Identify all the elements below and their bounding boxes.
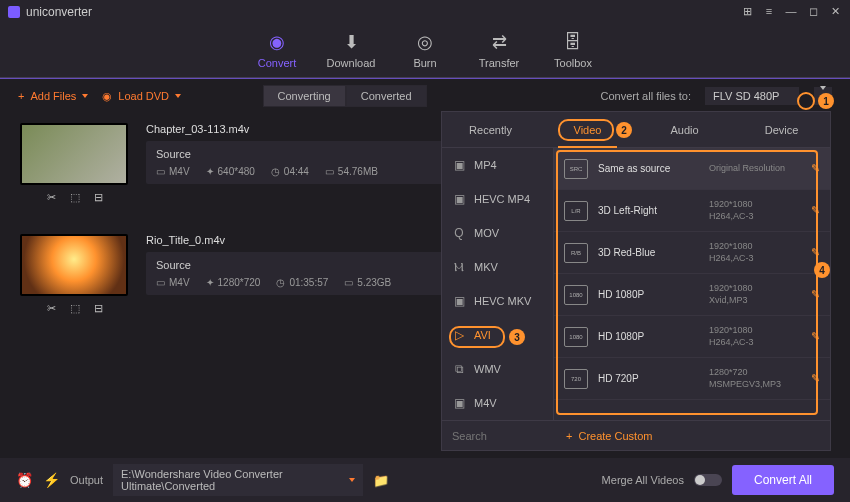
preset-item[interactable]: 720 HD 720P 1280*720MSMPEGV3,MP3 ✎ (554, 358, 830, 400)
video-thumbnail[interactable] (20, 123, 128, 185)
minimize-button[interactable]: — (784, 5, 798, 18)
film-icon: ▣ (452, 294, 466, 308)
format-hevc-mkv[interactable]: ▣HEVC MKV (442, 284, 553, 318)
output-format-select[interactable]: FLV SD 480P (705, 87, 799, 105)
format-mkv[interactable]: ⲘMKV (442, 250, 553, 284)
preset-item[interactable]: SRC Same as source Original Resolution ✎ (554, 148, 830, 190)
convert-icon: ◉ (269, 31, 285, 53)
toolbar: + Add Files ◉ Load DVD Converting Conver… (0, 79, 850, 113)
gpu-accel-icon[interactable]: ⚡ (43, 472, 60, 488)
preset-thumb-icon: SRC (564, 159, 588, 179)
plus-icon: + (18, 90, 24, 102)
format-panel: Recently Video Audio Device ▣MP4 ▣HEVC M… (441, 111, 831, 451)
resolution-icon: ✦ (206, 277, 214, 288)
format-mp4[interactable]: ▣MP4 (442, 148, 553, 182)
logo-icon (8, 6, 20, 18)
converted-tab[interactable]: Converted (346, 85, 427, 107)
preset-item[interactable]: 1080 HD 1080P 1920*1080Xvid,MP3 ✎ (554, 274, 830, 316)
edit-icon[interactable]: ✎ (811, 204, 820, 217)
resolution-icon: ✦ (206, 166, 214, 177)
edit-icon[interactable]: ✎ (811, 372, 820, 385)
preset-item[interactable]: 1080 HD 1080P 1920*1080H264,AC-3 ✎ (554, 316, 830, 358)
converting-tab[interactable]: Converting (263, 85, 346, 107)
nav-burn[interactable]: ◎ Burn (388, 31, 462, 77)
preset-item[interactable]: L/R 3D Left-Right 1920*1080H264,AC-3 ✎ (554, 190, 830, 232)
chevron-down-icon (82, 94, 88, 98)
callout-badge: 4 (814, 262, 830, 278)
merge-toggle[interactable] (694, 474, 722, 486)
clock-icon: ◷ (271, 166, 280, 177)
preset-thumb-icon: R/B (564, 243, 588, 263)
preset-search[interactable] (442, 430, 554, 442)
callout-badge: 1 (818, 93, 834, 109)
nav-transfer[interactable]: ⇄ Transfer (462, 31, 536, 77)
download-icon: ⬇ (344, 31, 359, 53)
effects-icon[interactable]: ⊟ (94, 191, 103, 204)
mkv-icon: Ⲙ (452, 260, 466, 274)
edit-icon[interactable]: ✎ (811, 246, 820, 259)
tab-recently[interactable]: Recently (442, 112, 539, 147)
output-path-field[interactable]: E:\Wondershare Video Converter Ultimate\… (113, 464, 363, 496)
app-name: uniconverter (26, 5, 92, 19)
clock-icon: ◷ (276, 277, 285, 288)
preset-item[interactable]: R/B 3D Red-Blue 1920*1080H264,AC-3 ✎ (554, 232, 830, 274)
maximize-button[interactable]: ◻ (806, 5, 820, 18)
format-hevc-mp4[interactable]: ▣HEVC MP4 (442, 182, 553, 216)
browse-folder-icon[interactable]: 📁 (373, 473, 389, 488)
close-button[interactable]: ✕ (828, 5, 842, 18)
disc-icon: ◉ (102, 90, 112, 103)
film-icon: ▣ (452, 192, 466, 206)
nav-convert[interactable]: ◉ Convert (240, 31, 314, 77)
format-m4v[interactable]: ▣M4V (442, 386, 553, 420)
crop-icon[interactable]: ⬚ (70, 191, 80, 204)
cut-icon[interactable]: ✂ (47, 191, 56, 204)
plus-icon: + (566, 430, 572, 442)
tab-device[interactable]: Device (733, 112, 830, 147)
preset-thumb-icon: 1080 (564, 285, 588, 305)
preset-thumb-icon: 1080 (564, 327, 588, 347)
format-icon: ▭ (156, 166, 165, 177)
format-mov[interactable]: QMOV (442, 216, 553, 250)
title-bar: uniconverter ⊞ ≡ — ◻ ✕ (0, 0, 850, 23)
preset-thumb-icon: 720 (564, 369, 588, 389)
format-avi[interactable]: ▷AVI (442, 318, 553, 352)
output-label: Output (70, 474, 103, 486)
nav-download[interactable]: ⬇ Download (314, 31, 388, 77)
convert-all-button[interactable]: Convert All (732, 465, 834, 495)
cut-icon[interactable]: ✂ (47, 302, 56, 315)
transfer-icon: ⇄ (492, 31, 507, 53)
format-list: ▣MP4 ▣HEVC MP4 QMOV ⲘMKV ▣HEVC MKV ▷AVI … (442, 148, 554, 420)
edit-icon[interactable]: ✎ (811, 330, 820, 343)
preset-thumb-icon: L/R (564, 201, 588, 221)
footer-bar: ⏰ ⚡ Output E:\Wondershare Video Converte… (0, 458, 850, 502)
video-thumbnail[interactable] (20, 234, 128, 296)
effects-icon[interactable]: ⊟ (94, 302, 103, 315)
format-wmv[interactable]: ⧉WMV (442, 352, 553, 386)
schedule-icon[interactable]: ⏰ (16, 472, 33, 488)
format-icon: ▭ (156, 277, 165, 288)
toolbox-icon: 🗄 (564, 31, 582, 53)
clapboard-icon: ⧉ (452, 362, 466, 376)
folder-icon: ▭ (344, 277, 353, 288)
tab-audio[interactable]: Audio (636, 112, 733, 147)
callout-badge: 3 (509, 329, 525, 345)
add-files-button[interactable]: + Add Files (18, 90, 88, 102)
film-icon: ▣ (452, 158, 466, 172)
nav-toolbox[interactable]: 🗄 Toolbox (536, 31, 610, 77)
convert-all-label: Convert all files to: (601, 90, 691, 102)
edit-icon[interactable]: ✎ (811, 288, 820, 301)
search-input[interactable] (452, 430, 544, 442)
film-icon: ▣ (452, 396, 466, 410)
edit-icon[interactable]: ✎ (811, 162, 820, 175)
merge-label: Merge All Videos (602, 474, 684, 486)
menu-icon[interactable]: ≡ (762, 5, 776, 18)
preset-list: SRC Same as source Original Resolution ✎… (554, 148, 830, 420)
top-nav: ◉ Convert ⬇ Download ◎ Burn ⇄ Transfer 🗄… (0, 23, 850, 78)
burn-icon: ◎ (417, 31, 433, 53)
gift-icon[interactable]: ⊞ (740, 5, 754, 18)
create-custom-button[interactable]: + Create Custom (554, 430, 652, 442)
load-dvd-button[interactable]: ◉ Load DVD (102, 90, 181, 103)
status-segment: Converting Converted (263, 85, 427, 107)
quicktime-icon: Q (452, 226, 466, 240)
crop-icon[interactable]: ⬚ (70, 302, 80, 315)
